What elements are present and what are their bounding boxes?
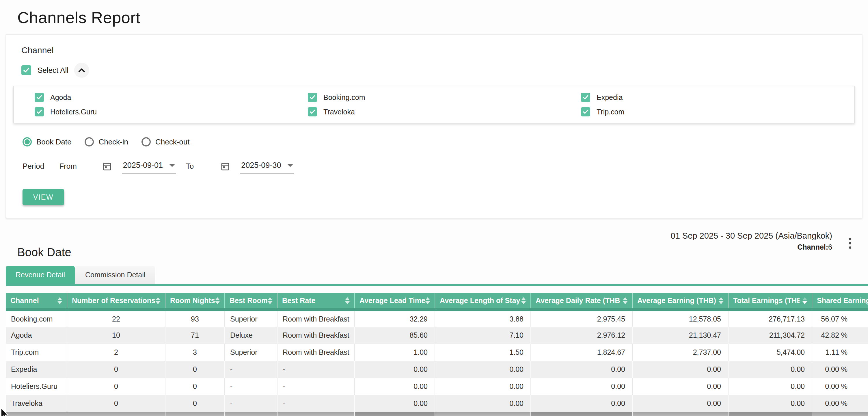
cell-avg-lead-time: 32.29 — [354, 310, 435, 327]
sort-icon — [719, 297, 723, 304]
cell-reservations: 0 — [67, 395, 165, 412]
radio-label: Check-out — [155, 138, 190, 146]
report-tabs: Revenue Detail Commission Detail — [6, 266, 868, 284]
cell-avg-daily-rate: 2,975.45 — [531, 310, 632, 327]
cell-best-rate: Room with Breakfast — [277, 327, 354, 344]
summary-shared-earning — [812, 412, 868, 416]
channel-count-value: 6 — [828, 243, 832, 251]
cell-avg-daily-rate: 2,976.12 — [531, 327, 632, 344]
kebab-menu-button[interactable] — [844, 235, 857, 251]
col-header-best-room[interactable]: Best Room — [225, 293, 277, 310]
channel-filter-label: Channel — [21, 46, 862, 55]
tripcom-checkbox[interactable] — [581, 107, 590, 116]
cell-best-room: Deluxe — [225, 327, 277, 344]
channel-option-expedia[interactable]: Expedia — [581, 93, 854, 102]
table-row: Trip.com23SuperiorRoom with Breakfast1.0… — [6, 344, 868, 361]
checkmark-icon — [36, 94, 42, 100]
booking-checkbox[interactable] — [308, 93, 317, 102]
cell-avg-daily-rate: 0.00 — [531, 361, 632, 378]
cell-room-nights: 93 — [165, 310, 225, 327]
calendar-icon[interactable] — [102, 161, 112, 172]
collapse-channel-list-button[interactable] — [74, 63, 89, 78]
cell-best-rate: Room with Breakfast — [277, 310, 354, 327]
col-header-channel[interactable]: Channel — [6, 293, 67, 310]
cell-best-rate: Room with Breakfast — [277, 344, 354, 361]
cell-best-room: - — [225, 395, 277, 412]
cell-total-earnings: 211,304.72 — [728, 327, 812, 344]
select-all-row: Select All — [21, 63, 862, 78]
cell-avg-earning: 0.00 — [632, 361, 728, 378]
summary-label: Summary — [6, 412, 67, 416]
hoteliersguru-checkbox[interactable] — [35, 107, 44, 116]
table-row: Booking.com2293SuperiorRoom with Breakfa… — [6, 310, 868, 327]
revenue-table-wrap: Channel Number of Reservations Room Nigh… — [6, 293, 868, 416]
radio-unselected-icon — [142, 137, 151, 146]
channel-option-agoda[interactable]: Agoda — [35, 93, 308, 102]
tab-revenue-detail[interactable]: Revenue Detail — [6, 266, 75, 284]
cell-avg-earning: 21,130.47 — [632, 327, 728, 344]
cell-channel: Hoteliers.Guru — [6, 378, 67, 395]
col-header-reservations[interactable]: Number of Reservations — [67, 293, 165, 310]
cell-room-nights: 0 — [165, 378, 225, 395]
cell-total-earnings: 5,474.00 — [728, 344, 812, 361]
cell-avg-length-stay: 0.00 — [435, 378, 531, 395]
expedia-checkbox[interactable] — [581, 93, 590, 102]
cell-avg-length-stay: 0.00 — [435, 361, 531, 378]
table-row: Traveloka00--0.000.000.000.000.000.00 % — [6, 395, 868, 412]
cell-channel: Agoda — [6, 327, 67, 344]
cell-avg-earning: 0.00 — [632, 378, 728, 395]
col-header-avg-lead-time[interactable]: Average Lead Time — [354, 293, 435, 310]
select-all-checkbox[interactable] — [21, 65, 31, 75]
cell-channel: Booking.com — [6, 310, 67, 327]
channel-option-hoteliersguru[interactable]: Hoteliers.Guru — [35, 107, 308, 116]
channel-option-label: Agoda — [50, 93, 71, 102]
col-header-room-nights[interactable]: Room Nights — [165, 293, 225, 310]
cell-avg-lead-time: 0.00 — [354, 378, 435, 395]
calendar-icon[interactable] — [220, 161, 230, 172]
channel-count-label: Channel: — [797, 243, 828, 251]
col-header-avg-length-stay[interactable]: Average Length of Stay — [435, 293, 531, 310]
channel-option-traveloka[interactable]: Traveloka — [308, 107, 581, 116]
col-header-avg-daily-rate[interactable]: Average Daily Rate (THB) — [531, 293, 632, 310]
radio-check-out[interactable]: Check-out — [142, 137, 190, 146]
period-from-input[interactable]: 2025-09-01 — [122, 160, 176, 174]
channel-option-label: Traveloka — [323, 108, 355, 116]
tab-commission-detail[interactable]: Commission Detail — [75, 266, 155, 284]
checkmark-icon — [309, 109, 316, 115]
period-label: Period — [23, 162, 44, 171]
agoda-checkbox[interactable] — [35, 93, 44, 102]
sort-icon — [345, 297, 350, 304]
view-button[interactable]: VIEW — [23, 189, 64, 205]
radio-label: Check-in — [98, 138, 128, 146]
tab-accent-bar — [6, 284, 868, 286]
checkmark-icon — [582, 109, 589, 115]
report-channel-count: Channel:6 — [671, 243, 832, 251]
cell-channel: Expedia — [6, 361, 67, 378]
radio-check-in[interactable]: Check-in — [85, 137, 128, 146]
checkmark-icon — [36, 109, 42, 115]
cell-best-room: - — [225, 378, 277, 395]
cell-best-room: - — [225, 361, 277, 378]
sort-icon — [521, 297, 526, 304]
col-header-total-earnings[interactable]: Total Earnings (THB) — [728, 293, 812, 310]
period-to-input[interactable]: 2025-09-30 — [240, 160, 294, 174]
cell-avg-length-stay: 1.50 — [435, 344, 531, 361]
cell-reservations: 0 — [67, 361, 165, 378]
radio-selected-icon — [23, 137, 32, 146]
cell-shared-earning: 0.00 % — [812, 361, 868, 378]
traveloka-checkbox[interactable] — [308, 107, 317, 116]
radio-book-date[interactable]: Book Date — [23, 137, 71, 146]
channel-option-tripcom[interactable]: Trip.com — [581, 107, 854, 116]
period-from-label: From — [59, 162, 77, 171]
date-basis-radio-group: Book Date Check-in Check-out — [23, 137, 862, 146]
channel-option-booking[interactable]: Booking.com — [308, 93, 581, 102]
cell-channel: Traveloka — [6, 395, 67, 412]
col-header-shared-earning[interactable]: Shared Earning — [812, 293, 868, 310]
cell-reservations: 0 — [67, 378, 165, 395]
col-header-best-rate[interactable]: Best Rate — [277, 293, 354, 310]
cell-best-rate: - — [277, 361, 354, 378]
cell-best-rate: - — [277, 395, 354, 412]
cell-reservations: 2 — [67, 344, 165, 361]
channel-option-label: Trip.com — [596, 108, 624, 116]
col-header-avg-earning[interactable]: Average Earning (THB) — [632, 293, 728, 310]
